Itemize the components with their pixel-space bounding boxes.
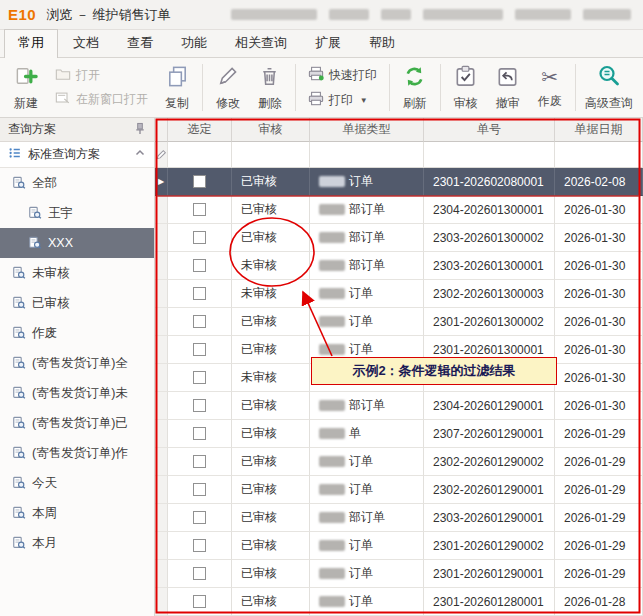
cell-doc-date: 2026-01-28	[555, 588, 643, 616]
table-row[interactable]: 已审核订单2301-2026013000012026-01-30	[155, 336, 643, 364]
filter-cell[interactable]	[555, 142, 643, 168]
cell-doc-number: 2303-202601290001	[424, 504, 555, 532]
query-scheme-item[interactable]: 全部	[0, 168, 154, 198]
ribbon-tab[interactable]: 常用	[4, 29, 58, 58]
table-row[interactable]: 未审核2026-01-30	[155, 364, 643, 392]
row-checkbox[interactable]	[193, 259, 206, 272]
cell-doc-type: 部订单	[310, 196, 424, 224]
title-bar: E10 浏览 － 维护销售订单	[0, 0, 643, 30]
row-checkbox[interactable]	[193, 427, 206, 440]
table-row[interactable]: 已审核部订单2304-2026012900012026-01-30	[155, 392, 643, 420]
folder-icon	[55, 67, 71, 84]
query-scheme-item[interactable]: (寄售发货订单)未	[0, 378, 154, 408]
filter-cell[interactable]	[424, 142, 555, 168]
quick-print-button[interactable]: 快速打印	[304, 65, 381, 85]
query-scheme-item[interactable]: (寄售发货订单)全	[0, 348, 154, 378]
query-search-icon	[28, 206, 42, 220]
row-checkbox[interactable]	[193, 315, 206, 328]
cell-audit-status: 已审核	[232, 224, 310, 252]
row-checkbox[interactable]	[193, 371, 206, 384]
table-row[interactable]: ▶已审核订单2301-2026020800012026-02-08	[155, 168, 643, 196]
ribbon-tab[interactable]: 查看	[114, 30, 166, 57]
row-checkbox[interactable]	[193, 539, 206, 552]
table-row[interactable]: 已审核订单2301-2026013000022026-01-30	[155, 308, 643, 336]
table-row[interactable]: 已审核部订单2303-2026013000022026-01-30	[155, 224, 643, 252]
ribbon-tab[interactable]: 文档	[60, 30, 112, 57]
delete-button[interactable]: 删除	[250, 61, 290, 114]
standard-query-scheme-group[interactable]: 标准查询方案	[0, 142, 154, 168]
column-header-doc-number[interactable]: 单号	[424, 118, 555, 142]
table-row[interactable]: 已审核部订单2303-2026012900012026-01-29	[155, 504, 643, 532]
cell-selected	[168, 532, 232, 560]
copy-button[interactable]: 复制	[157, 61, 197, 114]
table-row[interactable]: 未审核部订单2303-2026013000012026-01-30	[155, 252, 643, 280]
cell-selected	[168, 448, 232, 476]
approve-button[interactable]: 审核	[446, 61, 486, 114]
row-checkbox[interactable]	[193, 231, 206, 244]
filter-cell[interactable]	[168, 142, 232, 168]
query-scheme-item[interactable]: XXX	[0, 228, 154, 258]
query-scheme-item[interactable]: 未审核	[0, 258, 154, 288]
advanced-query-button[interactable]: 高级查询	[581, 61, 637, 114]
pin-icon[interactable]	[134, 122, 146, 138]
query-scheme-item[interactable]: 王宇	[0, 198, 154, 228]
query-scheme-item[interactable]: 作废	[0, 318, 154, 348]
open-button[interactable]: 打开	[51, 66, 152, 85]
column-header-doc-type[interactable]: 单据类型	[310, 118, 424, 142]
cell-doc-number: 2301-202601300002	[424, 308, 555, 336]
column-header-doc-date[interactable]: 单据日期	[555, 118, 643, 142]
query-scheme-item[interactable]: 本月	[0, 528, 154, 558]
table-row[interactable]: 未审核订单2302-2026013000032026-01-30	[155, 280, 643, 308]
query-scheme-item[interactable]: (寄售发货订单)已	[0, 408, 154, 438]
filter-cell[interactable]	[310, 142, 424, 168]
table-row[interactable]: 已审核订单2301-2026012900012026-01-29	[155, 560, 643, 588]
ribbon-tab[interactable]: 功能	[168, 30, 220, 57]
column-header-audit[interactable]: 审核	[232, 118, 310, 142]
window-title: 浏览 － 维护销售订单	[46, 6, 170, 24]
ribbon-tab[interactable]: 帮助	[356, 30, 408, 57]
row-checkbox[interactable]	[193, 343, 206, 356]
ribbon-tab[interactable]: 扩展	[302, 30, 354, 57]
row-checkbox[interactable]	[193, 399, 206, 412]
table-row[interactable]: 已审核部订单2304-2026013000012026-01-30	[155, 196, 643, 224]
ribbon-tab[interactable]: 相关查询	[222, 30, 300, 57]
row-checkbox[interactable]	[193, 511, 206, 524]
new-button[interactable]: 新建	[6, 61, 46, 114]
query-scheme-item[interactable]: 今天	[0, 468, 154, 498]
cell-doc-date: 2026-01-30	[555, 336, 643, 364]
query-search-icon	[12, 386, 26, 400]
filter-cell[interactable]	[232, 142, 310, 168]
print-button[interactable]: 打印 ▼	[304, 90, 381, 110]
table-row[interactable]: 已审核订单2302-2026012900012026-01-29	[155, 476, 643, 504]
row-checkbox[interactable]	[193, 483, 206, 496]
column-header-selected[interactable]: 选定	[168, 118, 232, 142]
refresh-button[interactable]: 刷新	[395, 61, 435, 114]
redacted-text	[583, 9, 631, 20]
open-new-window-button[interactable]: 在新窗口打开	[51, 90, 152, 109]
row-checkbox[interactable]	[193, 567, 206, 580]
query-scheme-item[interactable]: 已审核	[0, 288, 154, 318]
table-row[interactable]: 已审核单2307-2026012900012026-01-29	[155, 420, 643, 448]
modify-button[interactable]: 修改	[208, 61, 248, 114]
table-row[interactable]: 已审核订单2301-2026012800012026-01-28	[155, 588, 643, 616]
row-checkbox[interactable]	[193, 287, 206, 300]
cell-selected	[168, 252, 232, 280]
cell-doc-date: 2026-01-30	[555, 392, 643, 420]
row-checkbox[interactable]	[193, 455, 206, 468]
query-scheme-item[interactable]: 本周	[0, 498, 154, 528]
unapprove-button[interactable]: 撤审	[488, 61, 528, 114]
current-row-indicator	[155, 560, 168, 588]
row-checkbox[interactable]	[193, 175, 206, 188]
table-row[interactable]: 已审核订单2301-2026012900022026-01-29	[155, 532, 643, 560]
table-row[interactable]: 已审核订单2302-2026012900022026-01-29	[155, 448, 643, 476]
cell-doc-number: 2301-202601290002	[424, 532, 555, 560]
void-button[interactable]: ✂ 作废	[530, 61, 570, 114]
toolbar-separator	[440, 64, 441, 111]
query-scheme-item[interactable]: (寄售发货订单)作	[0, 438, 154, 468]
chevron-up-icon[interactable]	[134, 147, 146, 162]
row-checkbox[interactable]	[193, 595, 206, 608]
toolbar-separator	[575, 64, 576, 111]
filter-row[interactable]	[155, 142, 643, 168]
cell-selected	[168, 420, 232, 448]
row-checkbox[interactable]	[193, 203, 206, 216]
